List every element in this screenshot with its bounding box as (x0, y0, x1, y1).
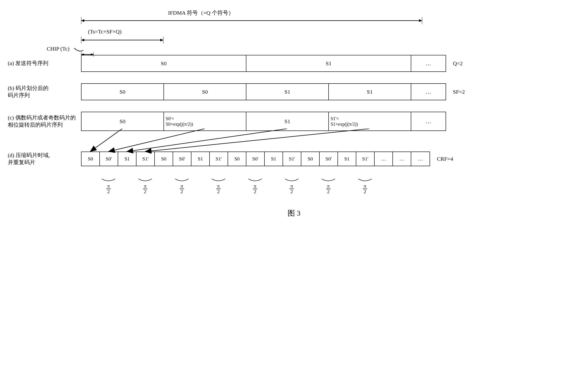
row-c-label: (c) 偶数码片或者奇数码片的相位旋转后的码片序列 (8, 114, 81, 128)
cell-c-3: S1'= S1×exp(j(π/2)) (329, 112, 411, 131)
cell-d-3: S1' (136, 152, 155, 166)
mapping-arrows (81, 129, 447, 154)
row-d: (d) 压缩码片时域, 并重复码片 S0 S0' S1 S1' S0 S0' S… (8, 152, 580, 166)
pi-group-4: π2 (200, 178, 237, 195)
chip-tc-label: CHIP (Tc) (47, 46, 69, 52)
cell-d-0: S0 (81, 152, 100, 166)
svg-marker-9 (160, 39, 164, 41)
cell-b-0: S0 (81, 84, 164, 100)
cell-c-2: S1 (246, 112, 329, 131)
cell-d-13: S0' (320, 152, 338, 166)
cell-d-9: S0' (246, 152, 265, 166)
cell-d-6: S1 (191, 152, 210, 166)
ts-formula-label: (Ts=Tc×SF×Q) (88, 29, 122, 35)
svg-line-18 (127, 129, 287, 152)
cell-a-more: … (411, 56, 446, 71)
row-d-right: CRF=4 (437, 156, 453, 162)
row-a-right: Q=2 (453, 60, 463, 67)
pi-group-7: π2 (310, 178, 347, 195)
cell-d-15: S1' (356, 152, 375, 166)
svg-line-19 (145, 129, 370, 152)
pi-group-6: π2 (273, 178, 310, 195)
row-b: (b) 码片划分后的 码片序列 S0 S0 S1 S1 … SF=2 (8, 83, 580, 100)
cell-d-1: S0' (100, 152, 118, 166)
cell-a-s1: S1 (246, 56, 411, 71)
pi-over-2-row: π2 π2 π2 π2 π2 π2 π2 π2 (81, 178, 580, 195)
cell-d-5: S0' (173, 152, 191, 166)
cell-d-17: … (393, 152, 411, 166)
cell-c-more: … (411, 112, 446, 131)
row-a: (a) 发送符号序列 S0 S1 … Q=2 (8, 55, 580, 72)
row-c: (c) 偶数码片或者奇数码片的相位旋转后的码片序列 S0 S0'= S0×exp… (8, 112, 580, 131)
ifdma-span-arrow (81, 17, 422, 24)
cell-d-4: S0 (155, 152, 173, 166)
svg-marker-8 (81, 39, 84, 41)
cell-d-7: S1' (210, 152, 228, 166)
cell-b-more: … (411, 84, 446, 100)
pi-group-5: π2 (237, 178, 273, 195)
cell-c-0: S0 (81, 112, 164, 131)
cell-b-1: S0 (164, 84, 246, 100)
cell-d-12: S0 (301, 152, 320, 166)
chip-arc (74, 47, 83, 52)
cell-d-14: S1 (338, 152, 356, 166)
cell-c-1: S0'= S0×exp(j(π/2)) (164, 112, 246, 131)
row-b-right: SF=2 (453, 89, 465, 95)
cell-d-2: S1 (118, 152, 136, 166)
row-b-label: (b) 码片划分后的 码片序列 (8, 85, 81, 99)
ifdma-symbol-label: IFDMA 符号（=Q 个符号） (168, 9, 234, 17)
cell-d-8: S0 (228, 152, 246, 166)
cell-a-s0: S0 (81, 56, 246, 71)
cell-b-3: S1 (329, 84, 411, 100)
cell-d-11: S1' (283, 152, 301, 166)
pi-group-8: π2 (347, 178, 383, 195)
ts-span-arrow (81, 37, 164, 43)
cell-d-16: … (375, 152, 393, 166)
svg-line-16 (90, 129, 122, 152)
svg-line-17 (109, 129, 205, 152)
pi-group-3: π2 (164, 178, 200, 195)
svg-marker-4 (419, 19, 422, 22)
cell-d-10: S1 (265, 152, 283, 166)
cell-d-18: … (411, 152, 430, 166)
pi-group-1: π2 (90, 178, 127, 195)
pi-group-2: π2 (127, 178, 164, 195)
cell-b-2: S1 (246, 84, 329, 100)
svg-marker-3 (81, 19, 84, 22)
row-d-label: (d) 压缩码片时域, 并重复码片 (8, 152, 81, 166)
figure-caption: 图 3 (8, 208, 580, 218)
row-a-label: (a) 发送符号序列 (8, 60, 81, 67)
